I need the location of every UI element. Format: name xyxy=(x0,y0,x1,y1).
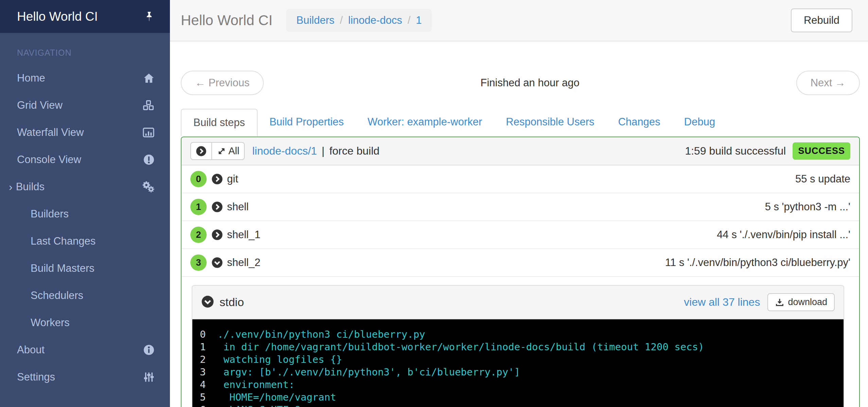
expand-all-button[interactable]: All xyxy=(211,142,245,160)
build-summary-header: All linode-docs/1 | force build 1:59 bui… xyxy=(181,137,859,165)
rebuild-button[interactable]: Rebuild xyxy=(791,8,852,32)
page-title: Hello World CI xyxy=(181,12,273,29)
log-line: 0./.venv/bin/python3 ci/blueberry.py xyxy=(192,328,844,341)
build-link[interactable]: linode-docs/1 xyxy=(252,145,317,157)
build-finished-status: Finished an hour ago xyxy=(264,77,796,89)
log-line: 2 watching logfiles {} xyxy=(192,353,844,366)
previous-build-button[interactable]: ← Previous xyxy=(181,71,264,95)
sidebar-item-home[interactable]: Home xyxy=(0,65,170,92)
step-row-git[interactable]: 0 git 55 s update xyxy=(181,165,859,193)
toggle-steps-button[interactable] xyxy=(190,142,212,160)
chevron-circle-down-icon xyxy=(211,257,223,268)
step-number-badge: 2 xyxy=(190,227,207,243)
breadcrumb-build-number[interactable]: 1 xyxy=(416,14,422,26)
build-pager: ← Previous Finished an hour ago Next → xyxy=(181,71,860,95)
log-line: 3 argv: [b'./.venv/bin/python3', b'ci/bl… xyxy=(192,366,844,378)
sidebar-item-about[interactable]: About xyxy=(0,336,170,364)
sidebar-item-workers[interactable]: Workers xyxy=(0,309,170,336)
stdio-title: stdio xyxy=(220,296,244,309)
expand-caret-icon: › xyxy=(9,181,13,193)
sidebar-item-build-masters[interactable]: Build Masters xyxy=(0,255,170,282)
sidebar-header: Hello World CI xyxy=(0,0,170,33)
expand-controls: All xyxy=(190,142,245,160)
step-number-badge: 0 xyxy=(190,171,207,187)
sliders-icon xyxy=(143,371,155,383)
chevron-circle-down-icon[interactable] xyxy=(201,295,214,309)
sidebar-item-last-changes[interactable]: Last Changes xyxy=(0,228,170,255)
bar-chart-icon xyxy=(142,126,155,139)
breadcrumb-builder[interactable]: linode-docs xyxy=(348,14,402,26)
step-row-shell-2[interactable]: 3 shell_2 11 s './.venv/bin/python3 ci/b… xyxy=(181,249,859,277)
chevron-circle-right-icon xyxy=(196,146,207,157)
exclamation-circle-icon xyxy=(143,154,155,166)
tab-changes[interactable]: Changes xyxy=(606,109,672,137)
chevron-circle-right-icon xyxy=(211,201,223,213)
log-line: 6 LANG=C.UTF-8 xyxy=(192,404,844,407)
build-duration-summary: 1:59 build successful xyxy=(685,145,786,157)
status-badge: SUCCESS xyxy=(793,142,850,160)
sidebar-item-console-view[interactable]: Console View xyxy=(0,146,170,173)
download-button[interactable]: download xyxy=(767,293,835,311)
stdio-log-panel: stdio view all 37 lines download 0./.ven… xyxy=(192,285,844,407)
step-number-badge: 1 xyxy=(190,199,207,215)
build-summary-panel: All linode-docs/1 | force build 1:59 bui… xyxy=(181,137,860,407)
tab-worker[interactable]: Worker: example-worker xyxy=(355,109,494,137)
sidebar-item-builders[interactable]: Builders xyxy=(0,200,170,228)
breadcrumb: Builders / linode-docs / 1 xyxy=(286,9,432,32)
main-area: Hello World CI Builders / linode-docs / … xyxy=(170,0,868,407)
stdio-header: stdio view all 37 lines download xyxy=(192,286,844,319)
pin-icon[interactable] xyxy=(143,11,155,22)
home-icon xyxy=(143,72,155,84)
chevron-circle-right-icon xyxy=(211,173,223,185)
chevron-circle-right-icon xyxy=(211,229,223,241)
sidebar-item-grid-view[interactable]: Grid View xyxy=(0,92,170,119)
nav-section-label: NAVIGATION xyxy=(17,48,170,58)
breadcrumb-builders[interactable]: Builders xyxy=(296,14,334,26)
tab-responsible-users[interactable]: Responsible Users xyxy=(494,109,606,137)
info-circle-icon xyxy=(143,344,155,356)
sidebar-item-builds[interactable]: › Builds xyxy=(0,173,170,200)
gears-icon xyxy=(141,180,155,194)
log-line: 5 HOME=/home/vagrant xyxy=(192,391,844,404)
page-header: Hello World CI Builders / linode-docs / … xyxy=(170,0,868,41)
build-reason: force build xyxy=(329,145,380,157)
next-build-button[interactable]: Next → xyxy=(796,71,860,95)
log-line: 1 in dir /home/vagrant/buildbot-worker/w… xyxy=(192,341,844,353)
tab-build-properties[interactable]: Build Properties xyxy=(258,109,356,137)
terminal-log[interactable]: 0./.venv/bin/python3 ci/blueberry.py 1 i… xyxy=(192,319,844,407)
step-row-shell-1[interactable]: 2 shell_1 44 s './.venv/bin/pip install … xyxy=(181,221,859,249)
tab-build-steps[interactable]: Build steps xyxy=(181,109,258,137)
tab-debug[interactable]: Debug xyxy=(672,109,727,137)
content: ← Previous Finished an hour ago Next → B… xyxy=(170,41,868,407)
sidebar-item-settings[interactable]: Settings xyxy=(0,364,170,391)
sidebar-item-waterfall-view[interactable]: Waterfall View xyxy=(0,119,170,146)
expand-arrows-icon xyxy=(217,146,226,156)
step-number-badge: 3 xyxy=(190,254,207,271)
sidebar: Hello World CI NAVIGATION Home Grid View… xyxy=(0,0,170,407)
step-row-shell[interactable]: 1 shell 5 s 'python3 -m ...' xyxy=(181,193,859,221)
sidebar-item-schedulers[interactable]: Schedulers xyxy=(0,282,170,309)
download-icon xyxy=(775,298,784,307)
build-tabs: Build steps Build Properties Worker: exa… xyxy=(181,109,860,137)
cubes-icon xyxy=(142,99,155,112)
log-line: 4 environment: xyxy=(192,378,844,391)
view-all-lines-link[interactable]: view all 37 lines xyxy=(684,296,760,308)
app-brand: Hello World CI xyxy=(17,10,98,24)
